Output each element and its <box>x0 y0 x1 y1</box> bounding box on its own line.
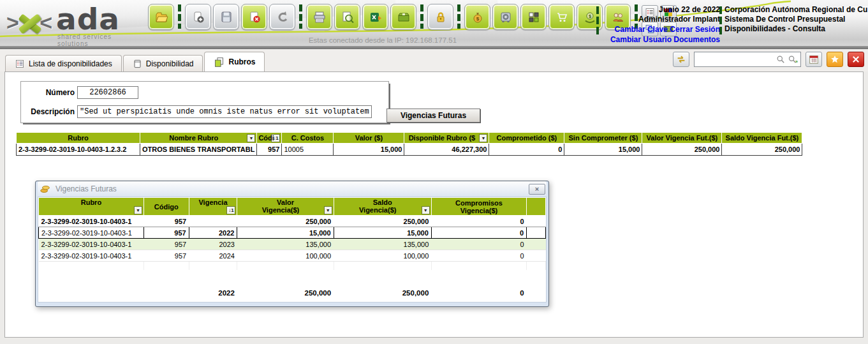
logo-chevron-left: > <box>6 10 19 35</box>
documentos-link[interactable]: Documentos <box>673 35 720 44</box>
cell-valor-vigencia[interactable]: 100,000 <box>237 250 334 262</box>
payments-icon: $ <box>583 10 597 24</box>
cell-rubro[interactable]: 2-3-3299-02-3019-10-0403-1 <box>39 250 144 262</box>
cell-codigo[interactable]: 957 <box>257 144 282 156</box>
lock-button[interactable] <box>427 4 453 30</box>
header-c-costos: C. Costos <box>282 133 334 144</box>
ada-logo: > < ada shared services solutions <box>6 5 143 42</box>
numero-field[interactable] <box>77 86 138 99</box>
cell-compromisos[interactable]: 0 <box>431 227 526 239</box>
table-row[interactable]: 2-3-3299-02-3019-10-0403-1 957 2024 100,… <box>39 250 546 262</box>
cell-vigencia[interactable] <box>189 216 237 227</box>
undo-button[interactable] <box>269 4 295 30</box>
cell-compromisos[interactable]: 0 <box>431 239 526 250</box>
filter-dropdown[interactable]: ▼ <box>324 206 332 214</box>
cell-valor-vigencia[interactable]: 15,000 <box>237 227 334 239</box>
popup-close-button[interactable]: × <box>529 184 545 195</box>
print-button[interactable] <box>306 4 332 30</box>
cell-codigo[interactable]: 957 <box>143 227 189 239</box>
new-record-icon <box>191 10 205 24</box>
table-row-total[interactable]: 2-3-3299-02-3019-10-0403-1 957 250,000 2… <box>39 216 546 227</box>
delete-record-button[interactable] <box>241 4 267 30</box>
tab-rubros[interactable]: Rubros <box>204 52 265 71</box>
cell-disponible-rubro[interactable]: 46,227,300 <box>404 144 489 156</box>
svg-text:$: $ <box>476 16 479 22</box>
table-row[interactable]: 2-3-3299-02-3019-10-0403-1.2.3.2 OTROS B… <box>17 144 802 156</box>
filter-dropdown[interactable]: ▼ <box>134 206 142 214</box>
org-system: Sistema De Control Presupuestal <box>725 15 867 24</box>
magnifier-next-icon[interactable]: » <box>787 54 799 64</box>
shopping-cart-button[interactable] <box>548 4 575 30</box>
export-excel-button[interactable] <box>362 4 388 30</box>
cell-sin-comprometer[interactable]: 15,000 <box>564 144 642 156</box>
banner-separator <box>719 6 722 36</box>
cell-rubro[interactable]: 2-3-3299-02-3019-10-0403-1 <box>39 239 144 250</box>
header-valor: Valor ($) <box>334 133 404 144</box>
toolbar-separator <box>299 4 302 29</box>
cambiar-clave-link[interactable]: Cambiar Clave <box>615 25 668 34</box>
cell-saldo-vigencia[interactable]: 100,000 <box>334 250 431 262</box>
cell-rubro[interactable]: 2-3-3299-02-3019-10-0403-1 <box>39 227 144 239</box>
tab-disponibilidad[interactable]: Disponibilidad <box>123 55 203 71</box>
header-comprometido: Comprometido ($) <box>489 133 564 144</box>
content-panel: Número Descripción Vigencias Futuras Rub… <box>4 71 864 338</box>
cell-vigencia[interactable]: 2023 <box>189 239 237 250</box>
archive-button[interactable] <box>390 4 416 30</box>
popup-title-bar[interactable]: Vigencias Futuras × <box>38 181 547 197</box>
cell-valor-vigencia[interactable]: 250,000 <box>237 216 334 227</box>
open-folder-button[interactable] <box>148 4 174 30</box>
close-icon <box>851 55 860 64</box>
cell-nombre-rubro[interactable]: OTROS BIENES TRANSPORTABL <box>140 144 257 156</box>
refresh-button[interactable] <box>673 52 689 67</box>
cerrar-sesion-link[interactable]: Cerrar Sesión <box>670 25 720 34</box>
cell-rubro[interactable]: 2-3-3299-02-3019-10-0403-1.2.3.2 <box>17 144 140 156</box>
favorites-button[interactable] <box>827 52 843 67</box>
money-bag-button[interactable]: $ <box>464 4 490 30</box>
star-icon <box>830 54 840 64</box>
tab-lista-de-disponibilidades[interactable]: Lista de disponibilidades <box>5 55 122 71</box>
sort-indicator[interactable]: ↓1 <box>226 206 235 214</box>
cambiar-usuario-link[interactable]: Cambiar Usuario <box>610 35 672 44</box>
header-rubro: Rubro▼ <box>39 198 144 216</box>
table-row[interactable]: 2-3-3299-02-3019-10-0403-1 957 2023 135,… <box>39 239 546 250</box>
cell-valor-vigencia[interactable]: 135,000 <box>237 239 334 250</box>
safe-button[interactable] <box>492 4 519 30</box>
cell-compromisos[interactable]: 0 <box>431 216 526 227</box>
refresh-icon <box>675 54 687 65</box>
cell-c-costos[interactable]: 10005 <box>282 144 334 156</box>
modules-button[interactable] <box>520 4 547 30</box>
search-box: » <box>694 52 801 67</box>
cell-codigo[interactable]: 957 <box>143 216 189 227</box>
filter-dropdown[interactable]: ▼ <box>422 206 430 214</box>
table-row-selected[interactable]: 2-3-3299-02-3019-10-0403-1 957 2022 15,0… <box>39 227 546 239</box>
cell-saldo-vigencia[interactable]: 250,000 <box>334 216 431 227</box>
filter-dropdown[interactable]: ▼ <box>479 134 487 142</box>
filter-dropdown[interactable]: ▼ <box>247 134 255 142</box>
cell-saldo-vigencia[interactable]: 15,000 <box>334 227 431 239</box>
preview-button[interactable] <box>334 4 360 30</box>
descripcion-field[interactable] <box>77 105 372 118</box>
toolbar-separator <box>457 4 460 29</box>
cell-comprometido[interactable]: 0 <box>489 144 564 156</box>
shopping-cart-icon <box>555 10 569 24</box>
cell-saldo-vigencia-fut[interactable]: 250,000 <box>722 144 802 156</box>
quick-access-bar: » <box>673 52 864 67</box>
calendar-button[interactable] <box>805 52 822 67</box>
vigencias-futuras-button[interactable]: Vigencias Futuras <box>386 108 480 123</box>
cell-rubro[interactable]: 2-3-3299-02-3019-10-0403-1 <box>39 216 144 227</box>
magnifier-icon[interactable] <box>776 54 786 64</box>
cell-vigencia[interactable]: 2022 <box>189 227 237 239</box>
cell-valor-vigencia-fut[interactable]: 250,000 <box>642 144 722 156</box>
close-app-button[interactable] <box>848 52 864 67</box>
cell-codigo[interactable]: 957 <box>143 239 189 250</box>
logo-tagline: shared services solutions <box>57 33 143 46</box>
new-record-button[interactable] <box>185 4 211 30</box>
cell-compromisos[interactable]: 0 <box>431 250 526 262</box>
cell-vigencia[interactable]: 2024 <box>189 250 237 262</box>
cell-codigo[interactable]: 957 <box>143 250 189 262</box>
print-icon <box>313 10 327 24</box>
cell-saldo-vigencia[interactable]: 135,000 <box>334 239 431 250</box>
cell-valor[interactable]: 15,000 <box>334 144 404 156</box>
form-icon <box>133 59 142 69</box>
save-button[interactable] <box>213 4 239 30</box>
